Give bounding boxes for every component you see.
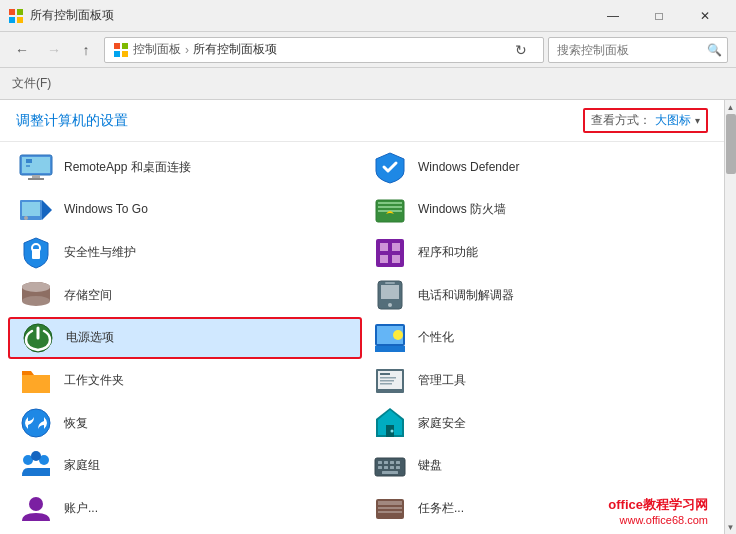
svg-rect-62 bbox=[390, 466, 394, 469]
grid-item-personalize[interactable]: 个性化 bbox=[362, 317, 716, 360]
titlebar-icon bbox=[8, 8, 24, 24]
search-icon[interactable]: 🔍 bbox=[707, 43, 722, 57]
refresh-button[interactable]: ↻ bbox=[507, 37, 535, 63]
workfolder-icon bbox=[16, 361, 56, 401]
svg-point-65 bbox=[29, 497, 43, 511]
power-icon bbox=[18, 318, 58, 358]
svg-rect-28 bbox=[392, 255, 400, 263]
svg-rect-27 bbox=[380, 255, 388, 263]
svg-rect-61 bbox=[384, 466, 388, 469]
grid-item-windows-defender[interactable]: Windows Defender bbox=[362, 146, 716, 189]
svg-rect-47 bbox=[380, 380, 394, 382]
grid-item-storage[interactable]: 存储空间 bbox=[8, 274, 362, 317]
breadcrumb-sep: › bbox=[185, 43, 189, 57]
windows-go-icon bbox=[16, 190, 56, 230]
grid-item-label-other: 任务栏... bbox=[418, 501, 464, 517]
grid-item-keyboard[interactable]: 键盘 bbox=[362, 445, 716, 488]
grid-item-phone-modem[interactable]: 电话和调制解调器 bbox=[362, 274, 716, 317]
svg-rect-15 bbox=[22, 202, 40, 216]
grid-item-programs[interactable]: 程序和功能 bbox=[362, 231, 716, 274]
grid-item-account[interactable]: 账户... bbox=[8, 487, 362, 530]
svg-rect-6 bbox=[114, 51, 120, 57]
homesafe-icon bbox=[370, 403, 410, 443]
svg-rect-36 bbox=[385, 282, 395, 284]
grid-item-label-remote-app: RemoteApp 和桌面连接 bbox=[64, 160, 191, 176]
minimize-button[interactable]: — bbox=[590, 0, 636, 32]
view-label: 查看方式： bbox=[591, 112, 651, 129]
defender-icon bbox=[370, 147, 410, 187]
view-current[interactable]: 大图标 bbox=[655, 112, 691, 129]
svg-rect-46 bbox=[380, 377, 396, 379]
close-button[interactable]: ✕ bbox=[682, 0, 728, 32]
svg-point-51 bbox=[391, 430, 394, 433]
address-path[interactable]: 控制面板 › 所有控制面板项 ↻ bbox=[104, 37, 544, 63]
svg-rect-64 bbox=[382, 471, 398, 474]
svg-rect-67 bbox=[378, 501, 402, 505]
svg-rect-58 bbox=[390, 461, 394, 464]
grid-item-home-safe[interactable]: 家庭安全 bbox=[362, 402, 716, 445]
scrollbar[interactable]: ▲ ▼ bbox=[724, 100, 736, 534]
scroll-track[interactable] bbox=[725, 114, 736, 520]
svg-rect-45 bbox=[380, 373, 390, 375]
svg-point-17 bbox=[24, 216, 28, 220]
watermark-line1: office教程学习网 bbox=[608, 496, 708, 514]
grid-item-windows-to-go[interactable]: Windows To Go bbox=[8, 189, 362, 232]
content-header: 调整计算机的设置 查看方式： 大图标 ▾ bbox=[0, 100, 724, 142]
svg-point-54 bbox=[31, 451, 41, 461]
back-button[interactable]: ← bbox=[8, 36, 36, 64]
svg-rect-5 bbox=[122, 43, 128, 49]
grid-item-remote-app[interactable]: RemoteApp 和桌面连接 bbox=[8, 146, 362, 189]
svg-rect-3 bbox=[17, 17, 23, 23]
grid-item-label-windows-defender: Windows Defender bbox=[418, 160, 519, 176]
svg-rect-26 bbox=[392, 243, 400, 251]
grid-item-label-firewall: Windows 防火墙 bbox=[418, 202, 506, 218]
phone-icon bbox=[370, 275, 410, 315]
view-options[interactable]: 查看方式： 大图标 ▾ bbox=[583, 108, 708, 133]
svg-rect-10 bbox=[32, 175, 40, 178]
maximize-button[interactable]: □ bbox=[636, 0, 682, 32]
grid-item-firewall[interactable]: Windows 防火墙 bbox=[362, 189, 716, 232]
scroll-down-button[interactable]: ▼ bbox=[725, 520, 737, 534]
grid-item-label-storage: 存储空间 bbox=[64, 288, 112, 304]
programs-icon bbox=[370, 233, 410, 273]
svg-rect-25 bbox=[380, 243, 388, 251]
grid-item-label-work-folder: 工作文件夹 bbox=[64, 373, 124, 389]
breadcrumb-control-panel[interactable]: 控制面板 bbox=[133, 41, 181, 58]
grid-item-label-manage-tools: 管理工具 bbox=[418, 373, 466, 389]
grid-item-security[interactable]: 安全性与维护 bbox=[8, 231, 362, 274]
items-grid: RemoteApp 和桌面连接Windows DefenderWindows T… bbox=[0, 142, 724, 534]
grid-item-homegroup[interactable]: 家庭组 bbox=[8, 445, 362, 488]
main-area: 调整计算机的设置 查看方式： 大图标 ▾ RemoteApp 和桌面连接Wind… bbox=[0, 100, 736, 534]
watermark-line2: www.office68.com bbox=[608, 514, 708, 526]
svg-rect-4 bbox=[114, 43, 120, 49]
grid-item-manage-tools[interactable]: 管理工具 bbox=[362, 359, 716, 402]
search-input[interactable] bbox=[557, 43, 707, 57]
svg-rect-34 bbox=[381, 285, 399, 299]
scroll-thumb[interactable] bbox=[726, 114, 736, 174]
grid-item-label-account: 账户... bbox=[64, 501, 98, 517]
svg-rect-57 bbox=[384, 461, 388, 464]
svg-point-31 bbox=[22, 296, 50, 306]
grid-item-label-phone-modem: 电话和调制解调器 bbox=[418, 288, 514, 304]
up-button[interactable]: ↑ bbox=[72, 36, 100, 64]
titlebar-controls: — □ ✕ bbox=[590, 0, 728, 32]
remote-icon bbox=[16, 147, 56, 187]
svg-rect-13 bbox=[26, 165, 30, 167]
forward-button[interactable]: → bbox=[40, 36, 68, 64]
scroll-up-button[interactable]: ▲ bbox=[725, 100, 737, 114]
titlebar-title: 所有控制面板项 bbox=[30, 7, 590, 24]
content-panel: 调整计算机的设置 查看方式： 大图标 ▾ RemoteApp 和桌面连接Wind… bbox=[0, 100, 724, 534]
svg-point-32 bbox=[22, 282, 50, 292]
homegroup-icon bbox=[16, 446, 56, 486]
grid-item-recovery[interactable]: 恢复 bbox=[8, 402, 362, 445]
grid-item-power[interactable]: 电源选项 bbox=[8, 317, 362, 360]
search-box[interactable]: 🔍 bbox=[548, 37, 728, 63]
grid-item-label-personalize: 个性化 bbox=[418, 330, 454, 346]
content-title: 调整计算机的设置 bbox=[16, 112, 128, 130]
grid-item-work-folder[interactable]: 工作文件夹 bbox=[8, 359, 362, 402]
svg-rect-19 bbox=[378, 202, 402, 204]
firewall-icon bbox=[370, 190, 410, 230]
view-dropdown-icon[interactable]: ▾ bbox=[695, 115, 700, 126]
addressbar: ← → ↑ 控制面板 › 所有控制面板项 ↻ 🔍 bbox=[0, 32, 736, 68]
grid-item-label-home-safe: 家庭安全 bbox=[418, 416, 466, 432]
